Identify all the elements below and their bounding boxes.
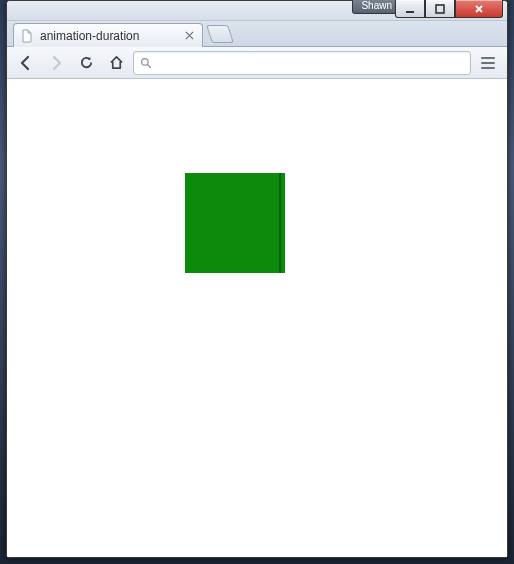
file-icon bbox=[20, 29, 34, 43]
animated-box bbox=[185, 173, 285, 273]
arrow-right-icon bbox=[48, 55, 64, 71]
page-viewport bbox=[7, 79, 507, 557]
tab-title: animation-duration bbox=[40, 29, 139, 43]
forward-button[interactable] bbox=[43, 51, 69, 75]
url-input[interactable] bbox=[158, 55, 464, 70]
tab-strip: animation-duration bbox=[7, 21, 507, 47]
tab-close-button[interactable] bbox=[182, 29, 196, 43]
search-icon bbox=[140, 57, 152, 69]
minimize-icon bbox=[404, 3, 416, 15]
address-bar[interactable] bbox=[133, 51, 471, 75]
navigation-toolbar bbox=[7, 47, 507, 79]
window-titlebar: Shawn bbox=[7, 1, 507, 21]
arrow-left-icon bbox=[18, 55, 34, 71]
close-icon bbox=[473, 3, 485, 15]
close-icon bbox=[185, 31, 194, 40]
reload-button[interactable] bbox=[73, 51, 99, 75]
browser-window: Shawn animation-duration bbox=[6, 0, 508, 558]
home-icon bbox=[109, 55, 124, 70]
minimize-button[interactable] bbox=[395, 0, 425, 18]
maximize-button[interactable] bbox=[425, 0, 455, 18]
maximize-icon bbox=[434, 3, 446, 15]
menu-button[interactable] bbox=[475, 51, 501, 75]
svg-rect-0 bbox=[436, 5, 444, 13]
hamburger-icon bbox=[481, 57, 495, 59]
user-profile-badge[interactable]: Shawn bbox=[352, 0, 401, 14]
reload-icon bbox=[79, 55, 94, 70]
home-button[interactable] bbox=[103, 51, 129, 75]
close-button[interactable] bbox=[455, 0, 503, 18]
window-controls bbox=[395, 0, 503, 18]
new-tab-button[interactable] bbox=[206, 25, 234, 43]
browser-tab[interactable]: animation-duration bbox=[13, 23, 203, 47]
back-button[interactable] bbox=[13, 51, 39, 75]
